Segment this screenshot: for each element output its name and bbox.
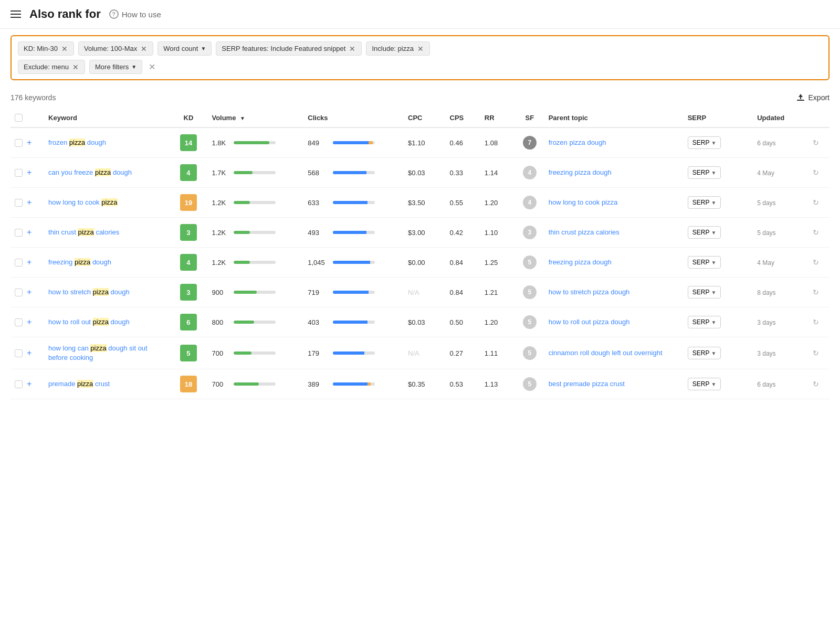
volume-bar-5 <box>234 291 276 294</box>
parent-topic-link-5[interactable]: how to stretch pizza dough <box>549 288 630 296</box>
refresh-icon-0[interactable]: ↻ <box>813 138 819 147</box>
serp-button-2[interactable]: SERP ▼ <box>688 196 721 209</box>
row-add-button-0[interactable]: + <box>27 138 32 147</box>
refresh-icon-2[interactable]: ↻ <box>813 198 819 207</box>
serp-button-3[interactable]: SERP ▼ <box>688 226 721 239</box>
updated-val-3: 5 days <box>757 229 775 237</box>
parent-topic-link-7[interactable]: cinnamon roll dough left out overnight <box>549 349 663 357</box>
col-header-serp: SERP <box>684 109 753 127</box>
row-add-button-5[interactable]: + <box>27 287 32 297</box>
filter-include-label: Include: pizza <box>372 45 414 52</box>
row-checkbox-1[interactable] <box>15 169 23 177</box>
row-add-button-3[interactable]: + <box>27 228 32 237</box>
serp-button-0[interactable]: SERP ▼ <box>688 136 721 149</box>
filter-include: Include: pizza ✕ <box>366 41 430 56</box>
filter-wordcount-label: Word count <box>163 45 198 52</box>
kd-badge-6: 6 <box>180 314 197 331</box>
serp-button-7[interactable]: SERP ▼ <box>688 347 721 359</box>
refresh-icon-7[interactable]: ↻ <box>813 349 819 357</box>
row-checkbox-2[interactable] <box>15 199 23 207</box>
volume-val-3: 1.2K <box>212 229 230 237</box>
updated-val-5: 8 days <box>757 289 775 296</box>
select-all-checkbox[interactable] <box>15 114 23 122</box>
volume-val-5: 900 <box>212 289 230 296</box>
row-checkbox-6[interactable] <box>15 318 23 326</box>
keyword-link-2[interactable]: how long to cook pizza <box>48 198 118 206</box>
row-checkbox-3[interactable] <box>15 229 23 237</box>
parent-topic-link-2[interactable]: how long to cook pizza <box>549 198 618 206</box>
serp-button-1[interactable]: SERP ▼ <box>688 166 721 179</box>
filter-volume-close[interactable]: ✕ <box>140 45 148 52</box>
how-to-use[interactable]: ? How to use <box>109 9 161 19</box>
export-button[interactable]: Export <box>796 93 830 102</box>
clear-all-filters[interactable]: ✕ <box>149 62 155 72</box>
filter-wordcount[interactable]: Word count ▼ <box>158 41 212 56</box>
refresh-icon-1[interactable]: ↻ <box>813 168 819 177</box>
col-header-volume[interactable]: Volume ▼ <box>207 109 303 127</box>
sf-badge-3: 3 <box>523 226 537 239</box>
sf-badge-1: 4 <box>523 166 537 179</box>
row-checkbox-5[interactable] <box>15 289 23 296</box>
col-header-kd: KD <box>170 109 208 127</box>
filter-serp-features-close[interactable]: ✕ <box>349 45 356 52</box>
parent-topic-link-0[interactable]: frozen pizza dough <box>549 138 606 146</box>
cpc-val-1: $0.03 <box>408 169 425 177</box>
sf-badge-7: 5 <box>523 346 537 360</box>
row-add-button-8[interactable]: + <box>27 379 32 389</box>
serp-button-8[interactable]: SERP ▼ <box>688 378 721 390</box>
row-add-button-4[interactable]: + <box>27 258 32 267</box>
keyword-link-7[interactable]: how long can pizza dough sit out before … <box>48 344 148 361</box>
parent-topic-link-3[interactable]: thin crust pizza calories <box>549 228 620 236</box>
filter-exclude-close[interactable]: ✕ <box>72 63 79 71</box>
clicks-bar-8 <box>333 382 375 386</box>
filter-volume: Volume: 100-Max ✕ <box>78 41 153 56</box>
row-add-button-7[interactable]: + <box>27 348 32 358</box>
clicks-val-4: 1,045 <box>308 259 330 267</box>
more-filters-button[interactable]: More filters ▼ <box>89 60 142 74</box>
more-filters-arrow: ▼ <box>131 64 136 70</box>
table-row: + how long can pizza dough sit out befor… <box>10 337 830 369</box>
keyword-link-6[interactable]: how to roll out pizza dough <box>48 318 130 326</box>
keyword-link-5[interactable]: how to stretch pizza dough <box>48 288 130 296</box>
filter-kd-close[interactable]: ✕ <box>61 45 68 52</box>
row-add-button-1[interactable]: + <box>27 168 32 177</box>
svg-marker-1 <box>799 94 803 99</box>
row-add-button-2[interactable]: + <box>27 198 32 207</box>
refresh-icon-3[interactable]: ↻ <box>813 228 819 237</box>
row-checkbox-8[interactable] <box>15 380 23 388</box>
filter-exclude-label: Exclude: menu <box>24 63 69 71</box>
refresh-icon-5[interactable]: ↻ <box>813 288 819 296</box>
kd-badge-3: 3 <box>180 224 197 241</box>
keyword-link-4[interactable]: freezing pizza dough <box>48 258 111 266</box>
refresh-icon-6[interactable]: ↻ <box>813 318 819 326</box>
row-add-button-6[interactable]: + <box>27 317 32 327</box>
parent-topic-link-4[interactable]: freezing pizza dough <box>549 258 612 266</box>
filter-include-close[interactable]: ✕ <box>417 45 424 52</box>
parent-topic-link-1[interactable]: freezing pizza dough <box>549 168 612 176</box>
refresh-icon-4[interactable]: ↻ <box>813 258 819 267</box>
cps-val-2: 0.55 <box>450 199 463 207</box>
row-checkbox-4[interactable] <box>15 259 23 267</box>
kd-badge-5: 3 <box>180 284 197 301</box>
volume-bar-4 <box>234 261 276 264</box>
updated-val-7: 3 days <box>757 350 775 357</box>
parent-topic-link-8[interactable]: best premade pizza crust <box>549 380 625 388</box>
serp-button-4[interactable]: SERP ▼ <box>688 256 721 269</box>
refresh-icon-8[interactable]: ↻ <box>813 380 819 388</box>
keyword-link-3[interactable]: thin crust pizza calories <box>48 228 119 236</box>
cps-val-0: 0.46 <box>450 139 463 147</box>
keywords-count-label: 176 keywords <box>10 93 56 102</box>
row-checkbox-7[interactable] <box>15 349 23 357</box>
parent-topic-link-6[interactable]: how to roll out pizza dough <box>549 318 630 326</box>
volume-bar-2 <box>234 201 276 204</box>
hamburger-menu[interactable] <box>10 10 21 18</box>
filter-kd: KD: Min-30 ✕ <box>18 41 74 56</box>
keyword-link-1[interactable]: can you freeze pizza dough <box>48 168 132 176</box>
filter-volume-label: Volume: 100-Max <box>84 45 137 52</box>
serp-button-5[interactable]: SERP ▼ <box>688 286 721 299</box>
serp-button-6[interactable]: SERP ▼ <box>688 316 721 328</box>
keyword-link-0[interactable]: frozen pizza dough <box>48 138 106 146</box>
row-checkbox-0[interactable] <box>15 139 23 147</box>
keyword-link-8[interactable]: premade pizza crust <box>48 380 110 388</box>
cpc-val-0: $1.10 <box>408 139 425 147</box>
